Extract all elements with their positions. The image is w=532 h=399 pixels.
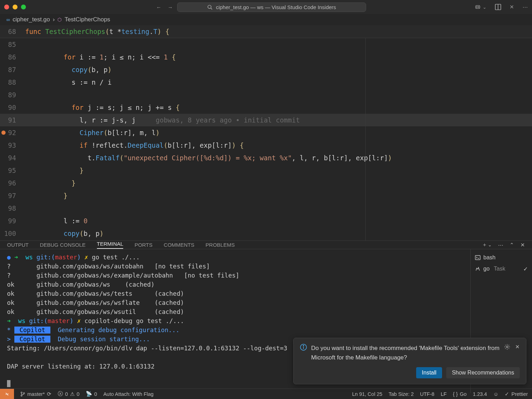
terminal-item-bash[interactable]: bash xyxy=(475,252,528,263)
svg-rect-7 xyxy=(475,255,480,260)
code-line[interactable]: 95 } xyxy=(0,164,532,177)
panel-tab-ports[interactable]: PORTS xyxy=(134,242,152,248)
breadcrumb-symbol[interactable]: TestCipherChops xyxy=(64,16,110,23)
code-text: if !reflect.DeepEqual(b[l:r], exp[l:r]) … xyxy=(25,139,244,152)
nav-arrows: ← → xyxy=(156,4,173,10)
code-text: } xyxy=(25,177,76,189)
sticky-code: func TestCipherChops(t *testing.T) { xyxy=(25,25,169,38)
code-text xyxy=(25,38,64,51)
sticky-scroll-header[interactable]: 68 func TestCipherChops(t *testing.T) { xyxy=(0,25,532,38)
code-line[interactable]: 92 Cipher(b[l:r], m, l) xyxy=(0,126,532,139)
code-text xyxy=(25,202,64,215)
gear-icon[interactable] xyxy=(504,344,510,350)
line-number: 97 xyxy=(0,189,25,202)
line-number: 85 xyxy=(0,38,25,51)
svg-line-1 xyxy=(211,8,212,9)
code-text: s := n / i xyxy=(25,76,112,89)
line-number: 88 xyxy=(0,76,25,89)
line-number: 86 xyxy=(0,51,25,63)
line-number: 96 xyxy=(0,177,25,189)
line-number: 95 xyxy=(0,164,25,177)
panel-tab-problems[interactable]: PROBLEMS xyxy=(205,242,234,248)
more-menu-icon[interactable]: ⋯ xyxy=(523,4,528,10)
breakpoint-icon[interactable] xyxy=(1,131,6,135)
window-title: cipher_test.go — ws — Visual Studio Code… xyxy=(216,4,336,10)
minimize-window-button[interactable] xyxy=(13,5,18,9)
code-line[interactable]: 89 xyxy=(0,89,532,101)
editor[interactable]: 85 86 for i := 1; i ≤ n; i <<= 1 {87 cop… xyxy=(0,38,532,240)
line-number: 90 xyxy=(0,101,25,114)
code-line[interactable]: 100 copy(b, p) xyxy=(0,227,532,240)
maximize-window-button[interactable] xyxy=(21,5,26,9)
install-button[interactable]: Install xyxy=(416,367,442,378)
panel-tab-debug-console[interactable]: DEBUG CONSOLE xyxy=(40,242,86,248)
code-line[interactable]: 85 xyxy=(0,38,532,51)
breadcrumb[interactable]: ∞ cipher_test.go › ⬡ TestCipherChops xyxy=(0,14,532,25)
window-controls xyxy=(4,5,26,9)
terminal-icon xyxy=(475,255,481,260)
line-number: 100 xyxy=(0,227,25,240)
panel-close-icon[interactable]: ✕ xyxy=(520,242,525,248)
editor-ruler xyxy=(365,38,366,240)
nav-forward-button[interactable]: → xyxy=(168,4,173,10)
svg-rect-2 xyxy=(476,6,480,9)
svg-point-0 xyxy=(208,5,211,8)
copilot-icon[interactable]: ⌄ xyxy=(474,4,486,10)
notification-message: Do you want to install the recommended '… xyxy=(311,344,500,362)
svg-point-11 xyxy=(506,346,508,348)
svg-point-3 xyxy=(477,7,477,7)
panel-maximize-icon[interactable]: ⌃ xyxy=(510,242,514,248)
code-line[interactable]: 93 if !reflect.DeepEqual(b[l:r], exp[l:r… xyxy=(0,139,532,152)
code-text: t.Fatalf("unexpected Cipher([%d:%d]) = %… xyxy=(25,152,392,164)
panel-tabs: OUTPUTDEBUG CONSOLETERMINALPORTSCOMMENTS… xyxy=(0,241,532,249)
svg-point-13 xyxy=(21,395,22,396)
terminal-icon xyxy=(475,266,481,272)
line-number: 93 xyxy=(0,139,25,152)
code-line[interactable]: 87 copy(b, p) xyxy=(0,63,532,76)
panel-tab-terminal[interactable]: TERMINAL xyxy=(97,241,124,249)
new-terminal-button[interactable]: ＋⌄ xyxy=(482,241,492,248)
breadcrumb-file[interactable]: cipher_test.go xyxy=(13,16,50,23)
show-recommendations-button[interactable]: Show Recommendations xyxy=(446,367,520,378)
code-text: } xyxy=(25,164,84,177)
panel-tab-output[interactable]: OUTPUT xyxy=(7,242,29,248)
code-text: Cipher(b[l:r], m, l) xyxy=(25,126,160,139)
code-text: copy(b, p) xyxy=(25,227,104,240)
code-text: l := 0 xyxy=(25,215,88,227)
code-text: for j := s; j ≤ n; j += s { xyxy=(25,101,180,114)
go-file-icon: ∞ xyxy=(6,17,10,22)
command-center[interactable]: cipher_test.go — ws — Visual Studio Code… xyxy=(177,2,366,12)
terminal-item-go[interactable]: goTask✓ xyxy=(475,263,528,274)
titlebar: ← → cipher_test.go — ws — Visual Studio … xyxy=(0,0,532,14)
code-line[interactable]: 88 s := n / i xyxy=(0,76,532,89)
line-number: 89 xyxy=(0,89,25,101)
nav-back-button[interactable]: ← xyxy=(156,4,161,10)
breadcrumb-separator: › xyxy=(53,16,55,23)
bottom-panel: OUTPUTDEBUG CONSOLETERMINALPORTSCOMMENTS… xyxy=(0,240,532,388)
close-panel-icon[interactable]: ✕ xyxy=(510,4,514,10)
function-symbol-icon: ⬡ xyxy=(57,17,62,22)
code-line[interactable]: 90 for j := s; j ≤ n; j += s { xyxy=(0,101,532,114)
layout-panel-icon[interactable] xyxy=(495,4,501,10)
notification-close-icon[interactable]: ✕ xyxy=(515,344,520,350)
code-line[interactable]: 97 } xyxy=(0,189,532,202)
panel-more-icon[interactable]: ⋯ xyxy=(498,242,503,248)
check-icon: ✓ xyxy=(523,266,528,272)
code-line[interactable]: 99 l := 0 xyxy=(0,215,532,227)
svg-point-10 xyxy=(303,345,304,346)
code-line[interactable]: 86 for i := 1; i ≤ n; i <<= 1 { xyxy=(0,51,532,63)
info-icon xyxy=(300,344,307,351)
code-line[interactable]: 98 xyxy=(0,202,532,215)
code-line[interactable]: 94 t.Fatalf("unexpected Cipher([%d:%d]) … xyxy=(0,152,532,164)
panel-tab-comments[interactable]: COMMENTS xyxy=(164,242,195,248)
code-text: } xyxy=(25,189,68,202)
close-window-button[interactable] xyxy=(4,5,9,9)
line-number: 87 xyxy=(0,63,25,76)
code-line[interactable]: 91 l, r := j-s, j gobwas, 8 years ago • … xyxy=(0,114,532,126)
notification-toast: Do you want to install the recommended '… xyxy=(293,338,526,384)
line-number: 91 xyxy=(0,114,25,126)
code-line[interactable]: 96 } xyxy=(0,177,532,189)
code-text: l, r := j-s, j gobwas, 8 years ago • ini… xyxy=(25,114,300,126)
line-number: 68 xyxy=(0,25,25,38)
svg-point-4 xyxy=(478,7,479,7)
